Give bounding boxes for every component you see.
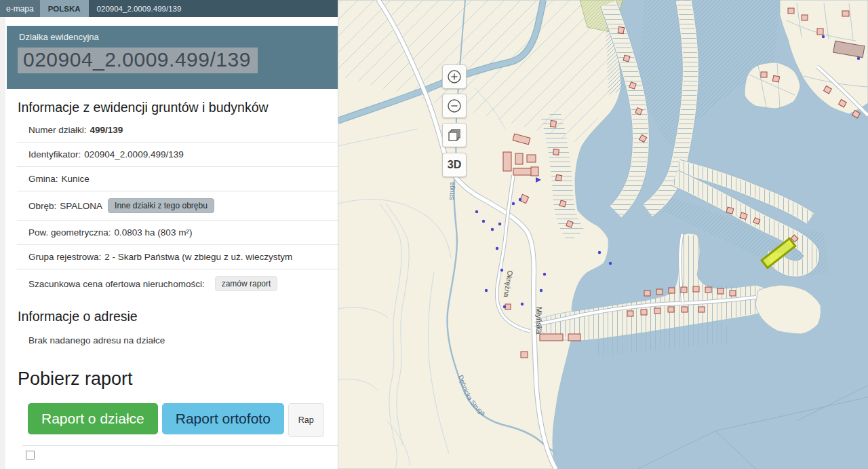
parcel-header-title: Działka ewidencyjna	[7, 26, 338, 42]
other-parcels-button[interactable]: Inne działki z tego obrębu	[108, 198, 214, 213]
zoom-out-icon	[447, 98, 462, 113]
row-label: Pow. geometryczna:	[28, 227, 111, 238]
street-label-mlynska: Młyńska	[535, 307, 543, 335]
map-island	[745, 62, 800, 109]
row-label: Szacunkowa cena ofertowa nieruchomości:	[28, 279, 205, 289]
zoom-in-button[interactable]	[442, 64, 467, 89]
brand-emapa[interactable]: e-mapa	[0, 0, 40, 17]
row-label: Numer działki:	[28, 125, 87, 135]
section-title-report: Pobierz raport	[5, 355, 338, 392]
zoom-in-icon	[447, 69, 462, 84]
row-label: Identyfikator:	[28, 149, 81, 160]
row-value: SPALONA	[60, 201, 102, 211]
parcel-id-value[interactable]: 020904_2.0009.499/139	[18, 48, 258, 73]
tab-polska[interactable]: POLSKA	[40, 0, 89, 17]
row-numer-dzialki: Numer działki: 499/139	[17, 118, 338, 143]
tab-parcel[interactable]: 020904_2.0009.499/139	[89, 0, 190, 17]
row-szacunkowa-cena: Szacunkowa cena ofertowa nieruchomości: …	[17, 269, 338, 298]
row-value: Kunice	[62, 174, 90, 184]
row-grupa-rejestrowa: Grupa rejestrowa: 2 - Skarb Państwa (w z…	[17, 245, 338, 269]
layers-icon	[447, 128, 462, 143]
mode-3d-label: 3D	[448, 159, 461, 171]
row-gmina: Gmina: Kunice	[17, 167, 338, 191]
layers-button[interactable]	[442, 123, 467, 147]
report-ortho-button[interactable]: Raport ortofoto	[162, 403, 284, 434]
parcel-header: Działka ewidencyjna 020904_2.0009.499/13…	[7, 26, 338, 89]
row-label: Obręb:	[28, 201, 56, 211]
row-value: 499/139	[90, 125, 123, 135]
e-mapa-app: e-mapa POLSKA 020904_2.0009.499/139 Dzia…	[0, 0, 868, 469]
section-title-address: Informacje o adresie	[5, 298, 338, 327]
row-pow-geometryczna: Pow. geometryczna: 0.0803 ha (803 m²)	[17, 221, 338, 245]
egib-rows: Numer działki: 499/139 Identyfikator: 02…	[17, 118, 338, 298]
divider	[22, 445, 338, 446]
row-value: 2 - Skarb Państwa (w zbiegu z uż. wieczy…	[104, 252, 292, 262]
row-label: Grupa rejestrowa:	[28, 252, 101, 262]
row-obreb: Obręb: SPALONA Inne działki z tego obręb…	[17, 191, 338, 221]
section-title-egib: Informacje z ewidencji gruntów i budynkó…	[5, 89, 338, 118]
row-value: 0.0803 ha (803 m²)	[115, 227, 193, 238]
panel-content: Informacje z ewidencji gruntów i budynkó…	[5, 89, 338, 459]
mode-3d-button[interactable]: 3D	[442, 153, 467, 177]
map-canvas[interactable]: Okrężna Młyńska Struga Dębnicka Struga	[338, 0, 868, 469]
report-parcel-button[interactable]: Raport o działce	[28, 403, 158, 434]
row-identyfikator: Identyfikator: 020904_2.0009.499/139	[17, 143, 338, 167]
row-value: 020904_2.0009.499/139	[84, 149, 183, 160]
parcel-info-panel: Działka ewidencyjna 020904_2.0009.499/13…	[5, 17, 338, 469]
map-controls: 3D	[442, 64, 467, 182]
report-third-button-clipped[interactable]: Rap	[288, 403, 324, 437]
stream-label-short: Struga	[448, 182, 455, 200]
order-report-button[interactable]: zamów raport	[215, 276, 278, 291]
address-empty-text: Brak nadanego adresu na działce	[5, 327, 338, 355]
zoom-out-button[interactable]	[442, 94, 467, 118]
tab-bar: e-mapa POLSKA 020904_2.0009.499/139	[0, 0, 338, 17]
bottom-checkbox[interactable]	[26, 451, 35, 459]
report-buttons: Raport o działce Raport ortofoto Rap	[28, 403, 338, 437]
row-label: Gmina:	[28, 174, 58, 184]
left-panel: e-mapa POLSKA 020904_2.0009.499/139 Dzia…	[0, 0, 338, 469]
